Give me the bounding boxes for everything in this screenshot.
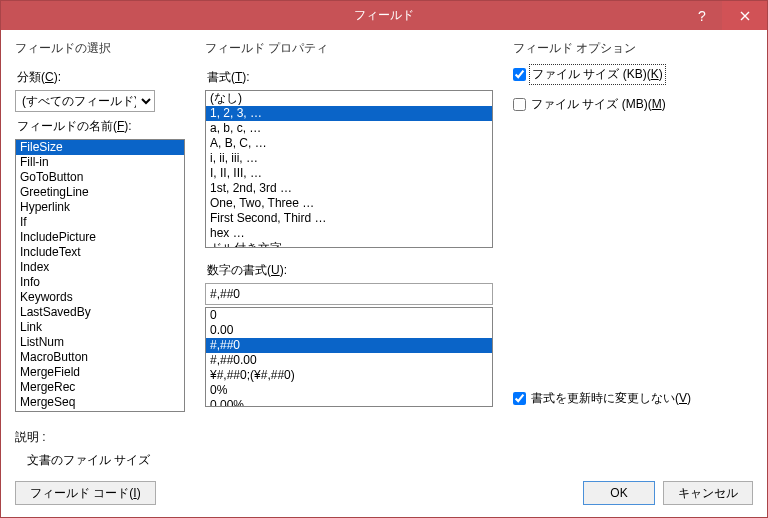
list-item[interactable]: i, ii, iii, … bbox=[206, 151, 492, 166]
list-item[interactable]: 0 bbox=[206, 308, 492, 323]
titlebar: フィールド ? bbox=[1, 1, 767, 30]
category-label: 分類(C): bbox=[17, 69, 185, 86]
list-item[interactable]: I, II, III, … bbox=[206, 166, 492, 181]
list-item[interactable]: #,##0 bbox=[206, 338, 492, 353]
list-item[interactable]: 0.00 bbox=[206, 323, 492, 338]
field-names-label: フィールドの名前(F): bbox=[17, 118, 185, 135]
filesize-kb-label: ファイル サイズ (KB)(K) bbox=[531, 66, 664, 83]
list-item[interactable]: Index bbox=[16, 260, 184, 275]
list-item[interactable]: Link bbox=[16, 320, 184, 335]
number-format-list[interactable]: 00.00#,##0#,##0.00¥#,##0;(¥#,##0)0%0.00% bbox=[205, 307, 493, 407]
list-item[interactable]: MergeRec bbox=[16, 380, 184, 395]
number-format-input[interactable] bbox=[205, 283, 493, 305]
format-label: 書式(T): bbox=[207, 69, 493, 86]
preserve-format-option[interactable]: 書式を更新時に変更しない(V) bbox=[513, 390, 753, 407]
close-icon bbox=[740, 11, 750, 21]
list-item[interactable]: 0.00% bbox=[206, 398, 492, 407]
list-item[interactable]: #,##0.00 bbox=[206, 353, 492, 368]
field-selection-header: フィールドの選択 bbox=[15, 40, 185, 57]
list-item[interactable]: ListNum bbox=[16, 335, 184, 350]
help-button[interactable]: ? bbox=[682, 1, 722, 30]
filesize-mb-option[interactable]: ファイル サイズ (MB)(M) bbox=[513, 96, 753, 113]
list-item[interactable]: MacroButton bbox=[16, 350, 184, 365]
list-item[interactable]: 1, 2, 3, … bbox=[206, 106, 492, 121]
list-item[interactable]: Keywords bbox=[16, 290, 184, 305]
list-item[interactable]: hex … bbox=[206, 226, 492, 241]
filesize-mb-checkbox[interactable] bbox=[513, 98, 526, 111]
format-list[interactable]: (なし)1, 2, 3, …a, b, c, …A, B, C, …i, ii,… bbox=[205, 90, 493, 248]
list-item[interactable]: a, b, c, … bbox=[206, 121, 492, 136]
list-item[interactable]: Fill-in bbox=[16, 155, 184, 170]
field-dialog: フィールド ? フィールドの選択 分類(C): (すべてのフィールド) フィール… bbox=[0, 0, 768, 518]
list-item[interactable]: MergeSeq bbox=[16, 395, 184, 410]
field-names-list[interactable]: FileSizeFill-inGoToButtonGreetingLineHyp… bbox=[15, 139, 185, 412]
field-properties-header: フィールド プロパティ bbox=[205, 40, 493, 57]
list-item[interactable]: (なし) bbox=[206, 91, 492, 106]
list-item[interactable]: 0% bbox=[206, 383, 492, 398]
filesize-kb-option[interactable]: ファイル サイズ (KB)(K) bbox=[513, 66, 753, 83]
list-item[interactable]: IncludeText bbox=[16, 245, 184, 260]
window-title: フィールド bbox=[1, 7, 767, 24]
list-item[interactable]: IncludePicture bbox=[16, 230, 184, 245]
dialog-footer: フィールド コード(I) OK キャンセル bbox=[15, 481, 753, 505]
list-item[interactable]: First Second, Third … bbox=[206, 211, 492, 226]
field-codes-button[interactable]: フィールド コード(I) bbox=[15, 481, 156, 505]
list-item[interactable]: MergeField bbox=[16, 365, 184, 380]
category-combo[interactable]: (すべてのフィールド) bbox=[15, 90, 155, 112]
cancel-button[interactable]: キャンセル bbox=[663, 481, 753, 505]
list-item[interactable]: A, B, C, … bbox=[206, 136, 492, 151]
list-item[interactable]: 1st, 2nd, 3rd … bbox=[206, 181, 492, 196]
window-controls: ? bbox=[682, 1, 767, 30]
list-item[interactable]: ¥#,##0;(¥#,##0) bbox=[206, 368, 492, 383]
field-options-header: フィールド オプション bbox=[513, 40, 753, 57]
list-item[interactable]: If bbox=[16, 215, 184, 230]
filesize-mb-label: ファイル サイズ (MB)(M) bbox=[531, 96, 666, 113]
list-item[interactable]: GoToButton bbox=[16, 170, 184, 185]
list-item[interactable]: LastSavedBy bbox=[16, 305, 184, 320]
field-properties-panel: フィールド プロパティ 書式(T): (なし)1, 2, 3, …a, b, c… bbox=[205, 40, 493, 417]
number-format-label: 数字の書式(U): bbox=[207, 262, 493, 279]
list-item[interactable]: One, Two, Three … bbox=[206, 196, 492, 211]
list-item[interactable]: Hyperlink bbox=[16, 200, 184, 215]
list-item[interactable]: ドル付き文字 … bbox=[206, 241, 492, 248]
list-item[interactable]: Info bbox=[16, 275, 184, 290]
description-block: 説明 : 文書のファイル サイズ bbox=[15, 429, 753, 469]
filesize-kb-checkbox[interactable] bbox=[513, 68, 526, 81]
preserve-format-label: 書式を更新時に変更しない(V) bbox=[531, 390, 691, 407]
list-item[interactable]: FileSize bbox=[16, 140, 184, 155]
description-label: 説明 : bbox=[15, 429, 753, 446]
field-options-panel: フィールド オプション ファイル サイズ (KB)(K) ファイル サイズ (M… bbox=[513, 40, 753, 417]
ok-button[interactable]: OK bbox=[583, 481, 655, 505]
list-item[interactable]: GreetingLine bbox=[16, 185, 184, 200]
client-area: フィールドの選択 分類(C): (すべてのフィールド) フィールドの名前(F):… bbox=[1, 30, 767, 517]
preserve-format-checkbox[interactable] bbox=[513, 392, 526, 405]
description-text: 文書のファイル サイズ bbox=[27, 452, 753, 469]
field-selection-panel: フィールドの選択 分類(C): (すべてのフィールド) フィールドの名前(F):… bbox=[15, 40, 185, 417]
close-button[interactable] bbox=[722, 1, 767, 30]
